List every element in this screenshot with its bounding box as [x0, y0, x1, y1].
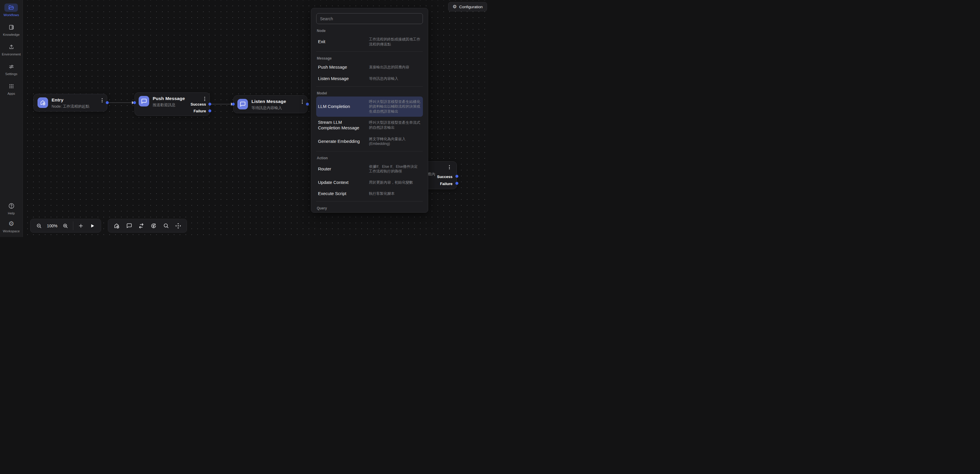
panel-item-label: Execute Script [318, 191, 365, 196]
sidebar-item-label: Knowledge [3, 33, 20, 37]
zoom-out-icon [36, 223, 42, 229]
panel-item-description: 依據If、Else If、Else條件決定工作流程執行的路徑 [369, 164, 421, 174]
auto-suggest-button[interactable] [148, 220, 159, 231]
sidebar-item-label: Apps [7, 92, 15, 95]
chat-bubble-icon [126, 223, 132, 229]
panel-item-push-message[interactable]: Push Message 直接輸出訊息的回應內容 [316, 62, 423, 73]
output-label-success: Success [191, 102, 206, 107]
panel-section-node: Node [317, 29, 422, 33]
panel-item-label: Listen Message [318, 76, 365, 81]
upload-icon [5, 43, 18, 51]
panel-item-llm-completion[interactable]: LLM Completion 呼叫大型語言模型並產生結構化的資料輸出以輔助流程的… [316, 96, 423, 117]
sidebar-item-label: Environment [2, 53, 21, 56]
zoom-out-button[interactable] [35, 220, 43, 231]
move-icon [175, 223, 181, 229]
sidebar-bottom: Help ⚙ Workspace [3, 202, 20, 233]
sidebar-item-workspace[interactable]: ⚙ Workspace [3, 220, 20, 233]
sidebar-item-apps[interactable]: Apps [5, 82, 18, 95]
node-subtitle: 推送歡迎訊息 [153, 102, 185, 108]
apps-grid-icon [5, 82, 18, 90]
node-subtitle: 等待訊息內容輸入 [251, 105, 286, 110]
swap-connection-button[interactable] [136, 220, 147, 231]
tools-toolbar [108, 219, 187, 233]
panel-item-description: 呼叫大型語言模型並產生結構化的資料輸出以輔助流程的決策或生成自然語言輸出 [369, 99, 421, 114]
zoom-level-label: 100% [46, 223, 58, 228]
panel-item-description: 工作流程的終點或接續其他工作流程的傳送點 [369, 37, 421, 46]
sidebar-item-label: Settings [5, 72, 18, 76]
edge-arrowhead [231, 103, 233, 106]
output-label-failure: Failure [440, 182, 452, 186]
search-canvas-button[interactable] [160, 220, 172, 231]
panel-section-query: Query [317, 206, 422, 210]
workflow-canvas[interactable]: Entry Node: 工作流程的起點 Push Message 推送歡迎訊息 [23, 0, 490, 237]
sidebar-item-label: Workspace [3, 229, 20, 233]
node-menu-button[interactable] [204, 96, 206, 102]
gear-icon: ⚙ [452, 5, 457, 9]
panel-item-description: 將文字轉化為向量嵌入(Embedding) [369, 137, 421, 146]
book-icon [5, 23, 18, 31]
plus-icon [78, 223, 84, 229]
node-title: Push Message [153, 96, 185, 101]
zoom-in-button[interactable] [62, 220, 69, 231]
panel-item-sql[interactable]: SQL 查詢資料庫 [316, 211, 423, 213]
output-label-failure: Failure [193, 109, 206, 113]
output-label-success: Success [437, 174, 452, 179]
panel-item-update-context[interactable]: Update Context 用於更新內容，初始化變數 [316, 177, 423, 188]
panel-item-description: 呼叫大型語言模型並產生串流式的自然語言輸出 [369, 120, 421, 130]
node-push-message[interactable]: Push Message 推送歡迎訊息 Success Failure [135, 93, 210, 116]
panel-item-description: 直接輸出訊息的回應內容 [369, 65, 421, 70]
panel-item-label: Router [318, 166, 365, 172]
gear-icon: ⚙ [5, 220, 18, 228]
node-menu-button[interactable] [301, 99, 304, 105]
panel-item-label: Stream LLM Completion Message [318, 120, 365, 131]
panel-section-message: Message [317, 56, 422, 61]
node-listen-message[interactable]: Listen Message 等待訊息內容輸入 [233, 95, 307, 113]
chat-bubble-icon [237, 99, 248, 109]
panel-item-label: LLM Completion [318, 104, 365, 109]
play-icon [90, 223, 95, 228]
search-input[interactable] [316, 13, 423, 24]
panel-item-description: 執行客製化腳本 [369, 191, 421, 196]
panel-item-label: Update Context [318, 180, 365, 185]
house-plus-icon [38, 97, 48, 108]
node-picker-panel: Node Exit 工作流程的終點或接續其他工作流程的傳送點 Message P… [311, 8, 428, 213]
configuration-button[interactable]: ⚙ Configuration [448, 2, 487, 11]
lightbulb-refresh-icon [150, 223, 157, 229]
sidebar-item-label: Workflows [3, 13, 19, 17]
panel-section-action: Action [317, 156, 422, 160]
workflow-editor-app: Workflows Knowledge Environment [0, 0, 490, 237]
add-node-button[interactable] [77, 220, 85, 231]
node-menu-button[interactable] [448, 164, 451, 170]
panel-item-listen-message[interactable]: Listen Message 等待訊息內容輸入 [316, 73, 423, 85]
node-subtitle-fragment: 應內 [428, 172, 435, 177]
panel-item-router[interactable]: Router 依據If、Else If、Else條件決定工作流程執行的路徑 [316, 161, 423, 177]
sidebar-item-help[interactable]: Help [5, 202, 18, 215]
panel-item-execute-script[interactable]: Execute Script 執行客製化腳本 [316, 188, 423, 199]
panel-item-label: Generate Embedding [318, 139, 365, 144]
add-entry-node-button[interactable] [111, 220, 122, 231]
help-circle-icon [5, 202, 18, 210]
sliders-icon [5, 62, 18, 71]
run-workflow-button[interactable] [89, 220, 96, 231]
panel-item-exit[interactable]: Exit 工作流程的終點或接續其他工作流程的傳送點 [316, 34, 423, 49]
sidebar: Workflows Knowledge Environment [0, 0, 23, 237]
panel-item-label: Exit [318, 39, 365, 45]
sidebar-item-workflows[interactable]: Workflows [3, 3, 19, 17]
panel-divider [316, 51, 423, 52]
sidebar-item-environment[interactable]: Environment [2, 43, 21, 56]
house-plus-icon [113, 223, 120, 229]
panel-item-stream-llm-completion-message[interactable]: Stream LLM Completion Message 呼叫大型語言模型並產… [316, 117, 423, 134]
pan-move-button[interactable] [173, 220, 184, 231]
panel-item-description: 等待訊息內容輸入 [369, 76, 421, 81]
sidebar-item-knowledge[interactable]: Knowledge [3, 23, 20, 37]
add-message-node-button[interactable] [123, 220, 135, 231]
node-menu-button[interactable] [101, 97, 103, 103]
node-title: Entry [52, 97, 89, 103]
panel-divider [316, 151, 423, 152]
sidebar-item-settings[interactable]: Settings [5, 62, 18, 76]
panel-item-generate-embedding[interactable]: Generate Embedding 將文字轉化為向量嵌入(Embedding) [316, 134, 423, 149]
node-entry[interactable]: Entry Node: 工作流程的起點 [33, 94, 107, 112]
chat-bubble-icon [138, 96, 149, 107]
panel-section-model: Model [317, 91, 422, 95]
search-icon [163, 223, 169, 229]
